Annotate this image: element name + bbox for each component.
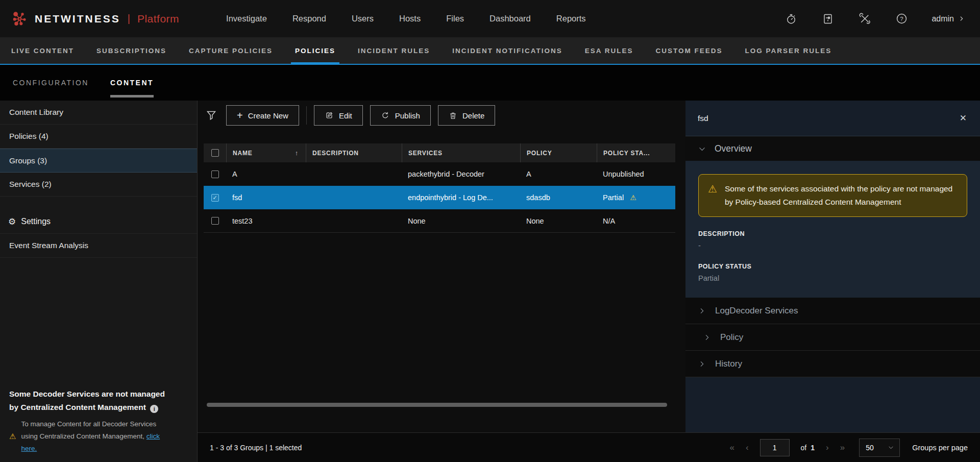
logdecoder-services-section-toggle[interactable]: LogDecoder Services [685,298,980,324]
create-new-button[interactable]: + Create New [226,105,299,126]
tab-live-content[interactable]: LIVE CONTENT [11,37,74,64]
history-section-label: History [715,359,742,369]
user-name: admin [932,14,954,23]
policy-section-toggle[interactable]: Policy [685,324,980,351]
sidebar-item-content-library[interactable]: Content Library [0,101,197,125]
horizontal-scrollbar[interactable] [207,403,667,407]
tab-content[interactable]: CONTENT [110,65,154,101]
notice-text: To manage Content for all Decoder Servic… [21,418,165,455]
tab-capture-policies[interactable]: CAPTURE POLICIES [189,37,273,64]
create-new-label: Create New [248,111,288,120]
of-label: of [801,444,807,452]
timer-icon[interactable] [785,12,798,26]
row-checkbox[interactable] [204,217,226,225]
column-policy-status[interactable]: POLICY STA... [597,143,675,162]
warning-icon: ⚠ [9,432,16,441]
cell-policy-status: Unpublished [597,170,675,178]
chevron-right-icon [703,333,711,342]
nav-reports[interactable]: Reports [556,14,586,23]
settings-label: Settings [21,217,51,226]
table-row-selected[interactable]: ✓ fsd endpointhybrid - Log De... sdasdb … [204,186,675,209]
first-page-button[interactable]: « [729,443,734,453]
groups-per-page-label: Groups per page [912,444,968,452]
sidebar-item-services[interactable]: Services (2) [0,173,197,197]
groups-toolbar: + Create New Edit [204,105,685,126]
notice-title: Some Decoder Services are not managed by… [9,387,165,414]
column-services[interactable]: SERVICES [402,143,520,162]
chevron-right-icon [958,15,965,22]
groups-table: NAME ↑ DESCRIPTION SERVICES POLICY POLIC… [204,143,675,233]
tab-policies[interactable]: POLICIES [295,37,335,64]
cell-policy-status: Partial ⚠ [597,193,675,202]
chevron-right-icon [698,360,706,368]
edit-button[interactable]: Edit [314,105,363,126]
table-row[interactable]: A packethybrid - Decoder A Unpublished [204,162,675,186]
nav-users[interactable]: Users [352,14,374,23]
publish-button[interactable]: Publish [370,105,431,126]
panel-title: fsd [698,114,708,123]
overview-section-toggle[interactable]: Overview [685,136,980,161]
sidebar-item-policies[interactable]: Policies (4) [0,125,197,149]
close-icon[interactable]: ✕ [960,113,967,124]
row-checkbox[interactable]: ✓ [204,194,226,202]
policies-sub-tab-bar: CONFIGURATION CONTENT [0,65,980,101]
next-page-button[interactable]: › [826,443,829,453]
page-number-input[interactable] [760,439,790,456]
gear-icon: ⚙ [8,216,16,227]
column-description[interactable]: DESCRIPTION [306,143,402,162]
tab-incident-rules[interactable]: INCIDENT RULES [358,37,430,64]
row-checkbox[interactable] [204,171,226,178]
netwitness-hub-icon [12,11,29,27]
chevron-right-icon [698,307,706,315]
cell-policy: sdasdb [520,193,597,202]
sidebar-item-groups[interactable]: Groups (3) [0,149,197,173]
table-header: NAME ↑ DESCRIPTION SERVICES POLICY POLIC… [204,143,675,162]
nav-hosts[interactable]: Hosts [399,14,421,23]
sidebar-item-settings[interactable]: ⚙ Settings [0,210,197,234]
nav-dashboard[interactable]: Dashboard [489,14,531,23]
policy-section-label: Policy [720,332,743,343]
tab-subscriptions[interactable]: SUBSCRIPTIONS [96,37,166,64]
last-page-button[interactable]: » [840,443,845,453]
toolbar-divider [306,106,307,125]
brand-product: Platform [137,13,179,25]
jobs-icon[interactable] [821,12,835,26]
column-name-label: NAME [233,150,253,157]
decoder-notice: Some Decoder Services are not managed by… [0,387,197,462]
tab-custom-feeds[interactable]: CUSTOM FEEDS [656,37,723,64]
info-icon[interactable]: i [150,405,158,413]
cell-name: fsd [226,193,306,202]
column-policy[interactable]: POLICY [520,143,597,162]
nav-respond[interactable]: Respond [292,14,326,23]
tab-configuration[interactable]: CONFIGURATION [13,65,89,101]
tab-incident-notifications[interactable]: INCIDENT NOTIFICATIONS [452,37,562,64]
help-icon[interactable]: ? [895,12,908,26]
select-all-checkbox[interactable] [204,143,226,162]
admin-tools-icon[interactable] [858,12,871,26]
chevron-down-icon [888,444,894,451]
tab-esa-rules[interactable]: ESA RULES [585,37,633,64]
policy-status-label: POLICY STATUS [698,263,967,270]
tab-log-parser-rules[interactable]: LOG PARSER RULES [745,37,832,64]
delete-label: Delete [462,111,484,120]
netwitness-logo[interactable]: NETWITNESS | Platform [12,11,179,27]
user-menu[interactable]: admin [932,14,965,23]
policy-status-value: Partial [698,274,967,282]
previous-page-button[interactable]: ‹ [746,443,749,453]
history-section-toggle[interactable]: History [685,351,980,377]
plus-icon: + [237,110,243,120]
page-size-select[interactable]: 50 [859,439,900,457]
column-name[interactable]: NAME ↑ [226,143,306,162]
sort-ascending-icon[interactable]: ↑ [295,149,299,157]
sidebar-item-event-stream-analysis[interactable]: Event Stream Analysis [0,234,197,258]
delete-button[interactable]: Delete [438,105,495,126]
overview-body: ⚠ Some of the services associated with t… [685,161,980,298]
description-label: DESCRIPTION [698,230,967,237]
brand-separator: | [128,13,130,25]
table-row[interactable]: test23 None None N/A [204,209,675,233]
group-detail-panel: fsd ✕ Overview ⚠ Some of the services as… [685,101,980,432]
cell-services: endpointhybrid - Log De... [402,193,520,202]
nav-files[interactable]: Files [446,14,464,23]
filter-icon[interactable] [204,108,219,123]
nav-investigate[interactable]: Investigate [226,14,267,23]
